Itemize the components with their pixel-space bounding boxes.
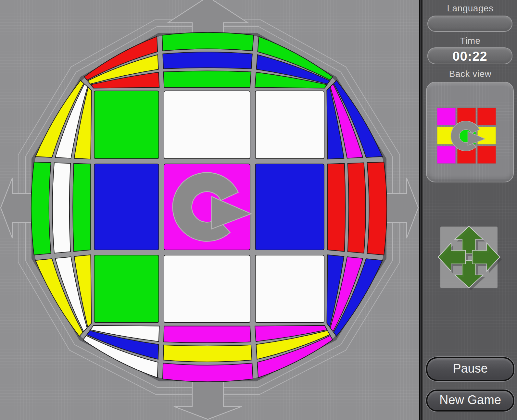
sidebar: Languages Time 00:22 Back view Pause New… (423, 0, 517, 420)
time-label: Time (423, 36, 517, 46)
time-display: 00:22 (427, 47, 512, 64)
new-game-button[interactable]: New Game (426, 389, 514, 412)
languages-label: Languages (423, 3, 517, 14)
game-window: Languages Time 00:22 Back view Pause New… (0, 0, 517, 420)
pause-button[interactable]: Pause (426, 357, 514, 381)
back-view-panel (426, 82, 514, 182)
game-board-background (0, 0, 419, 420)
sidebar-divider (419, 0, 423, 420)
languages-select[interactable] (427, 16, 512, 32)
back-view-label: Back view (423, 69, 517, 79)
